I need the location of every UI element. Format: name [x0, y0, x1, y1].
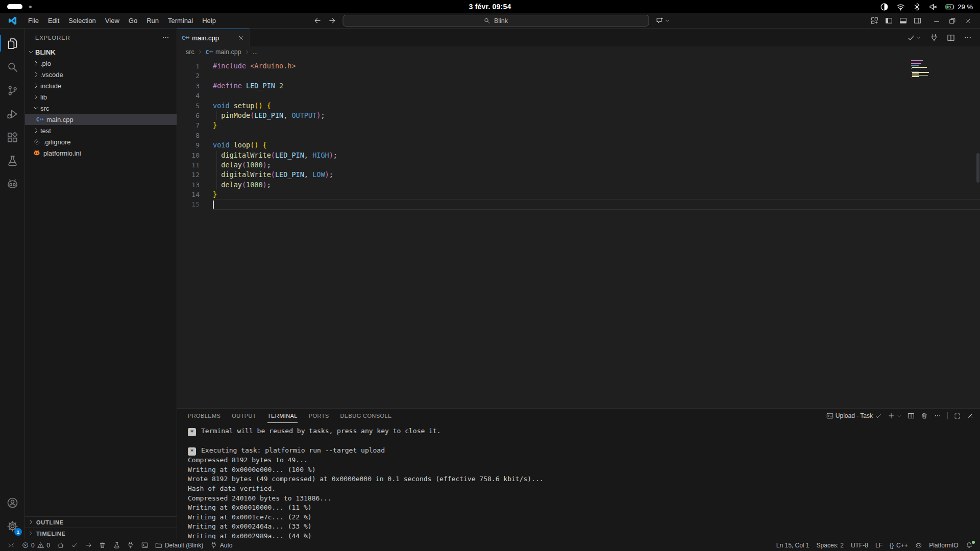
pane-timeline[interactable]: TIMELINE — [25, 528, 177, 539]
command-center-search[interactable]: Blink — [342, 15, 649, 27]
pio-clean-button[interactable] — [95, 539, 110, 551]
pio-serial-monitor-button[interactable] — [124, 539, 138, 551]
tree-item-src[interactable]: src — [25, 103, 177, 114]
display-contrast-icon[interactable] — [880, 3, 889, 11]
panel-tab-problems[interactable]: PROBLEMS — [188, 409, 220, 423]
panel-left-icon[interactable] — [885, 17, 893, 24]
more-actions-icon[interactable] — [162, 34, 169, 41]
remote-indicator[interactable] — [4, 539, 18, 551]
breadcrumb-src[interactable]: src — [186, 48, 194, 56]
code-line-8[interactable]: 8 — [177, 131, 980, 140]
code-line-5[interactable]: 5void setup() { — [177, 101, 980, 111]
code-line-15[interactable]: 15 — [177, 199, 980, 209]
menu-terminal[interactable]: Terminal — [163, 13, 198, 28]
activity-accounts[interactable] — [0, 491, 24, 514]
panel-tab-debug-console[interactable]: DEBUG CONSOLE — [340, 409, 392, 423]
panel-tab-output[interactable]: OUTPUT — [232, 409, 256, 423]
pio-terminal-button[interactable] — [138, 539, 152, 551]
breadcrumb-symbol[interactable]: ... — [253, 48, 258, 56]
tree-item-include[interactable]: include — [25, 80, 177, 91]
customize-layout-icon[interactable] — [871, 17, 878, 24]
close-icon[interactable] — [237, 34, 244, 41]
pio-env-switcher[interactable]: Default (Blink) — [152, 539, 207, 551]
code-line-12[interactable]: 12 digitalWrite(LED_PIN, LOW); — [177, 170, 980, 180]
activity-explorer[interactable] — [0, 32, 24, 55]
maximize-panel-button[interactable] — [954, 413, 961, 419]
minimize-icon[interactable] — [933, 17, 940, 24]
activity-source-control[interactable] — [0, 79, 24, 102]
menu-go[interactable]: Go — [124, 13, 142, 28]
minimap[interactable] — [911, 60, 932, 80]
go-back-button[interactable] — [313, 17, 321, 24]
tree-item-platformio-ini[interactable]: platformio.ini — [25, 147, 177, 159]
notifications-bell[interactable] — [962, 539, 976, 551]
code-line-6[interactable]: 6 pinMode(LED_PIN, OUTPUT); — [177, 111, 980, 120]
code-line-3[interactable]: 3#define LED_PIN 2 — [177, 81, 980, 91]
copilot-status[interactable] — [912, 539, 926, 551]
ellipsis-icon[interactable] — [162, 34, 169, 41]
close-tab-icon[interactable] — [237, 34, 244, 41]
platformio-status[interactable]: PlatformIO — [925, 539, 962, 551]
panel-right-icon[interactable] — [914, 17, 921, 24]
menu-edit[interactable]: Edit — [43, 13, 64, 28]
tree-item--pio[interactable]: .pio — [25, 58, 177, 69]
wifi-icon[interactable] — [896, 3, 905, 11]
panel-tab-terminal[interactable]: TERMINAL — [267, 409, 298, 423]
scrollbar-thumb[interactable] — [976, 153, 979, 183]
eol-sequence[interactable]: LF — [872, 539, 886, 551]
language-mode[interactable]: {}C++ — [886, 539, 912, 551]
menu-selection[interactable]: Selection — [64, 13, 100, 28]
code-editor[interactable]: 1#include <Arduino.h>23#define LED_PIN 2… — [177, 58, 980, 408]
indentation[interactable]: Spaces: 2 — [813, 539, 847, 551]
kill-terminal-button[interactable] — [921, 412, 928, 419]
serial-monitor-button[interactable] — [930, 34, 938, 42]
mute-icon[interactable] — [929, 3, 938, 11]
breadcrumb-main-cpp[interactable]: C++ main.cpp — [206, 48, 241, 56]
pio-home-button[interactable] — [54, 539, 68, 551]
tree-item-main-cpp[interactable]: C++main.cpp — [25, 114, 177, 125]
pane-outline[interactable]: OUTLINE — [25, 516, 177, 528]
panel-more-actions-button[interactable] — [934, 412, 941, 419]
activity-search[interactable] — [0, 55, 24, 79]
cursor-position[interactable]: Ln 15, Col 1 — [773, 539, 813, 551]
activity-extensions[interactable] — [0, 126, 24, 149]
code-line-1[interactable]: 1#include <Arduino.h> — [177, 61, 980, 71]
menu-file[interactable]: File — [23, 13, 43, 28]
code-line-9[interactable]: 9void loop() { — [177, 140, 980, 150]
go-forward-button[interactable] — [328, 17, 336, 24]
tree-item-lib[interactable]: lib — [25, 91, 177, 103]
battery-charging-icon[interactable]: 29 % — [945, 2, 973, 12]
split-editor-button[interactable] — [947, 34, 955, 42]
pio-test-button[interactable] — [110, 539, 124, 551]
tree-item-blink[interactable]: BLINK — [25, 46, 177, 58]
tab-main-cpp[interactable]: C++ main.cpp — [177, 29, 250, 46]
panel-tab-ports[interactable]: PORTS — [309, 409, 329, 423]
encoding[interactable]: UTF-8 — [847, 539, 872, 551]
menu-view[interactable]: View — [101, 13, 124, 28]
close-panel-button[interactable] — [967, 412, 974, 419]
activity-platformio[interactable] — [0, 172, 24, 196]
pio-upload-button[interactable] — [82, 539, 96, 551]
tree-item--gitignore[interactable]: .gitignore — [25, 136, 177, 147]
platformio-build-button[interactable] — [907, 34, 921, 42]
pio-serial-port[interactable]: Auto — [207, 539, 236, 551]
code-line-2[interactable]: 2 — [177, 71, 980, 81]
code-line-7[interactable]: 7} — [177, 120, 980, 130]
code-line-10[interactable]: 10 digitalWrite(LED_PIN, HIGH); — [177, 151, 980, 160]
terminal-output[interactable]: *Terminal will be reused by tasks, press… — [177, 423, 980, 539]
more-actions-button[interactable] — [964, 34, 972, 42]
pio-build-button[interactable] — [67, 539, 82, 551]
tree-item-test[interactable]: test — [25, 125, 177, 136]
bluetooth-icon[interactable] — [913, 3, 921, 11]
activity-settings[interactable]: 1 — [0, 514, 24, 538]
code-line-11[interactable]: 11 delay(1000); — [177, 160, 980, 170]
activity-testing[interactable] — [0, 149, 24, 172]
terminal-task-label[interactable]: Upload - Task — [826, 412, 881, 419]
code-line-14[interactable]: 14} — [177, 190, 980, 199]
tree-item--vscode[interactable]: .vscode — [25, 69, 177, 80]
split-terminal-button[interactable] — [908, 412, 915, 419]
problems-counts[interactable]: 00 — [18, 539, 54, 551]
restore-icon[interactable] — [949, 17, 956, 24]
close-icon[interactable] — [965, 17, 972, 24]
new-terminal-button[interactable] — [888, 412, 901, 419]
